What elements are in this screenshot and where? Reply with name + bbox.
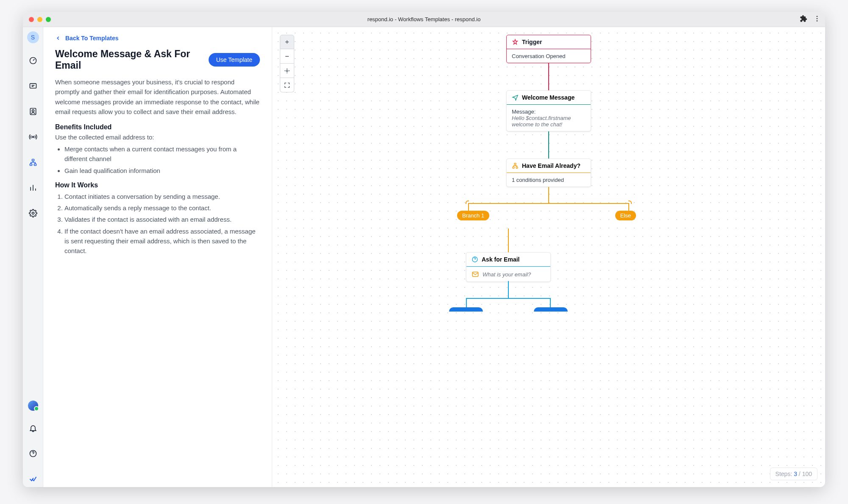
zoom-in-button[interactable]	[280, 35, 294, 49]
how-step: Contact initiates a conversation by send…	[64, 192, 260, 201]
benefits-heading: Benefits Included	[55, 123, 260, 131]
mail-icon	[471, 270, 479, 278]
ask-prompt: What is your email?	[483, 271, 531, 278]
ask-for-email-node[interactable]: Ask for Email What is your email?	[466, 252, 551, 282]
svg-rect-4	[30, 84, 36, 88]
zoom-controls	[280, 35, 294, 92]
workflows-icon[interactable]	[25, 154, 41, 170]
maximize-window[interactable]	[46, 17, 51, 22]
next-node-peek	[534, 307, 568, 312]
trigger-node[interactable]: Trigger Conversation Opened	[506, 35, 591, 63]
contacts-icon[interactable]	[25, 103, 41, 120]
connector	[548, 131, 549, 159]
svg-rect-14	[514, 163, 516, 164]
condition-detail: 1 conditions provided	[507, 173, 591, 187]
close-window[interactable]	[29, 17, 34, 22]
svg-rect-15	[513, 167, 514, 168]
branch-else-pill[interactable]: Else	[615, 211, 636, 220]
reports-icon[interactable]	[25, 180, 41, 196]
broadcast-icon[interactable]	[25, 129, 41, 145]
svg-point-13	[286, 70, 288, 72]
welcome-message-node[interactable]: Welcome Message Message: Hello $contact.…	[506, 90, 591, 131]
titlebar: respond.io - Workflows Templates - respo…	[23, 12, 825, 27]
window-controls	[23, 17, 51, 22]
svg-point-11	[32, 212, 34, 214]
benefits-sub: Use the collected email address to:	[55, 134, 260, 141]
svg-rect-10	[34, 164, 36, 165]
svg-point-2	[817, 20, 818, 21]
svg-point-0	[817, 16, 818, 17]
template-description: When someone messages your business, it'…	[55, 77, 260, 117]
condition-node[interactable]: Have Email Already? 1 conditions provide…	[506, 159, 591, 187]
ask-title: Ask for Email	[482, 256, 519, 263]
user-avatar[interactable]	[28, 401, 38, 411]
connector	[548, 63, 549, 90]
settings-icon[interactable]	[25, 205, 41, 221]
window-title: respond.io - Workflows Templates - respo…	[23, 16, 825, 22]
help-icon[interactable]	[25, 446, 41, 462]
dashboard-icon[interactable]	[25, 53, 41, 69]
extension-icon[interactable]	[800, 15, 807, 24]
svg-rect-9	[30, 164, 32, 165]
brand-icon[interactable]	[25, 471, 41, 487]
template-panel: Back To Templates Welcome Message & Ask …	[43, 27, 272, 487]
svg-point-1	[817, 18, 818, 19]
svg-rect-8	[32, 159, 34, 161]
branch-split: Branch 1 Else	[468, 203, 629, 228]
fullscreen-button[interactable]	[280, 78, 294, 92]
benefit-item: Merge contacts when a current contact me…	[64, 144, 260, 164]
svg-rect-16	[516, 167, 518, 168]
svg-point-7	[32, 136, 33, 137]
how-step: If the contact doesn't have an email add…	[64, 226, 260, 256]
benefits-list: Merge contacts when a current contact me…	[55, 144, 260, 175]
ask-branch-split	[466, 298, 551, 308]
steps-counter: Steps: 3 / 100	[770, 468, 817, 480]
recenter-button[interactable]	[280, 64, 294, 78]
how-step: Automatically sends a reply message to t…	[64, 203, 260, 213]
back-to-templates[interactable]: Back To Templates	[55, 35, 260, 42]
condition-title: Have Email Already?	[522, 162, 580, 169]
next-node-peek	[449, 307, 483, 312]
messages-icon[interactable]	[25, 78, 41, 94]
svg-point-6	[32, 110, 34, 112]
workspace-avatar[interactable]: S	[27, 31, 39, 43]
template-title: Welcome Message & Ask For Email	[55, 48, 202, 71]
notifications-icon[interactable]	[25, 420, 41, 436]
app-window: respond.io - Workflows Templates - respo…	[23, 12, 825, 487]
workflow-canvas[interactable]: Trigger Conversation Opened Welcome Mess…	[272, 27, 825, 487]
connector	[508, 228, 509, 252]
connector	[508, 281, 509, 298]
back-label: Back To Templates	[65, 35, 119, 42]
branch-1-pill[interactable]: Branch 1	[457, 211, 489, 220]
connector	[548, 187, 549, 203]
how-list: Contact initiates a conversation by send…	[55, 192, 260, 256]
more-menu-icon[interactable]	[813, 15, 821, 24]
message-label: Message:	[512, 109, 586, 115]
welcome-title: Welcome Message	[522, 94, 575, 101]
side-nav: S	[23, 27, 43, 487]
minimize-window[interactable]	[37, 17, 42, 22]
trigger-detail: Conversation Opened	[507, 49, 591, 63]
benefit-item: Gain lead qualification information	[64, 166, 260, 175]
trigger-title: Trigger	[522, 39, 542, 45]
message-text: Hello $contact.firstname welcome to the …	[512, 115, 586, 128]
how-step: Validates if the contact is associated w…	[64, 214, 260, 224]
zoom-out-button[interactable]	[280, 49, 294, 64]
how-heading: How It Works	[55, 181, 260, 189]
use-template-button[interactable]: Use Template	[209, 53, 260, 67]
